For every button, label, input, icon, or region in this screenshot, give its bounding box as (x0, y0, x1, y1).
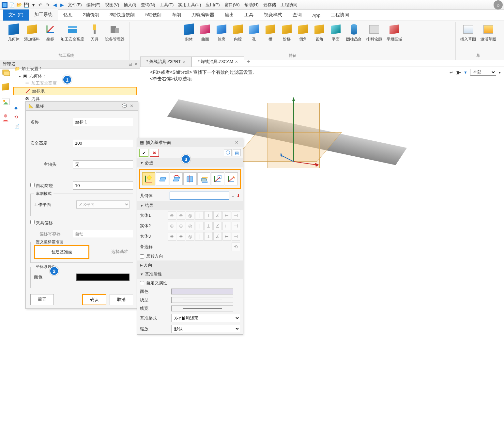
help-icon[interactable]: 💬 (121, 103, 128, 108)
menu-insert[interactable]: 插入(I) (122, 1, 138, 9)
mode-btn-3[interactable] (170, 172, 183, 185)
rbtn-concentric-icon[interactable]: ◎ (186, 211, 194, 220)
menu-view[interactable]: 视图(V) (103, 1, 121, 9)
name-input[interactable] (73, 118, 133, 126)
rbtn[interactable]: ∥ (195, 232, 204, 241)
cancel-button[interactable]: 取消 (110, 294, 133, 305)
rb-slot[interactable]: 槽 (263, 22, 278, 43)
rbtn[interactable]: ∠ (213, 232, 222, 241)
tab-cam-doc[interactable]: * 焊线治具.Z3CAM× (191, 56, 244, 67)
coord-dialog-title[interactable]: 📐 坐标 💬 ✕ (26, 102, 138, 111)
rb-cutter[interactable]: 刀具 (87, 22, 102, 43)
section-direction[interactable]: ▶方向 (137, 260, 243, 270)
rb-profile[interactable]: 轮廓 (214, 22, 229, 43)
rbtn[interactable]: ⊕ (168, 222, 176, 230)
rb-hole[interactable]: 孔 (246, 22, 262, 43)
rbtn[interactable]: ⊢ (222, 232, 231, 241)
reverse-check[interactable] (140, 254, 144, 259)
reset-button[interactable]: 重置 (30, 294, 54, 305)
rb-coord[interactable]: 坐标 (42, 22, 58, 43)
tab-toolpath[interactable]: 刀轨编辑器 (186, 9, 220, 21)
create-base-button[interactable]: 创建基准面 (35, 246, 88, 258)
tree-geom[interactable]: ▸ ▣ 几何体： (13, 72, 137, 80)
geom-pick-icon[interactable]: ⬇ (237, 193, 240, 198)
tree-tab-icon[interactable] (2, 69, 11, 78)
prev-icon[interactable]: ◀ (52, 2, 58, 8)
cube-tab-icon[interactable] (2, 84, 11, 93)
tab-collab2[interactable]: 工程协同 (326, 9, 354, 21)
custom-prop-check[interactable] (140, 281, 144, 285)
tab-output[interactable]: 输出 (220, 9, 239, 21)
rbtn[interactable]: ◎ (186, 222, 194, 230)
mode-btn-5[interactable] (197, 172, 210, 185)
menu-collab[interactable]: 工程协同 (279, 1, 299, 9)
close-icon[interactable]: × (183, 59, 185, 64)
rb-safeh[interactable]: 加工安全高度 (59, 22, 86, 43)
tab-turn[interactable]: 车削 (167, 9, 186, 21)
mode-btn-4[interactable] (183, 172, 196, 185)
settings-icon[interactable]: ▤ (233, 149, 241, 156)
filter-select[interactable]: 全部 (470, 69, 496, 76)
backup-btn[interactable]: ⟲ (232, 243, 240, 251)
add-tab[interactable]: + (244, 57, 253, 67)
rbtn-dist-icon[interactable]: ⊣ (232, 211, 240, 220)
rbtn-coincident-icon[interactable]: ⊕ (168, 211, 176, 220)
rb-plane[interactable]: 平面 (328, 22, 344, 43)
user-tab-icon[interactable] (2, 114, 11, 123)
search-icon[interactable]: ⌕ (494, 0, 503, 9)
rb-stock[interactable]: 添加坯料 (22, 22, 42, 43)
tree-safeh[interactable]: ═ 加工安全高度 (13, 80, 137, 87)
rbtn[interactable]: ⊣ (232, 232, 240, 241)
undo-icon[interactable]: ↶ (37, 2, 44, 8)
datum-dialog-title[interactable]: ▦ 插入基准平面 ✕ (137, 138, 243, 147)
chevron-right-icon[interactable]: ▸ (19, 72, 21, 80)
filter-eraser-icon[interactable]: ◨▾ (455, 70, 461, 75)
rbtn-sym-icon[interactable]: ⊢ (222, 211, 231, 220)
tab-mill3[interactable]: 3轴快速铣削 (104, 9, 140, 21)
tab-file[interactable]: 文件(F) (3, 9, 29, 21)
rbtn[interactable]: ⊖ (177, 222, 185, 230)
tab-cam[interactable]: 加工系统 (29, 9, 58, 21)
filter-funnel-icon[interactable]: ▼ (464, 70, 467, 75)
rbtn[interactable]: ◎ (186, 232, 194, 241)
menu-file[interactable]: 文件(F) (66, 1, 84, 9)
tab-prt[interactable]: * 焊线治具.Z3PRT× (140, 56, 191, 67)
safe-input[interactable] (73, 139, 133, 147)
tab-app[interactable]: App (307, 10, 326, 21)
section-props[interactable]: ▼基准属性 (137, 270, 243, 279)
tab-query[interactable]: 查询 (287, 9, 307, 21)
filter-dd-icon[interactable]: ▾ (499, 70, 501, 75)
rb-geom[interactable]: 几何体 (6, 22, 22, 43)
rbtn[interactable]: ⊢ (222, 222, 231, 230)
menu-apps[interactable]: 应用(P) (204, 1, 221, 9)
menu-query[interactable]: 查询(N) (139, 1, 157, 9)
filter-back-icon[interactable]: ↩ (450, 70, 453, 75)
confirm-icon[interactable]: ✔ (139, 149, 148, 157)
mode-btn-2[interactable] (156, 172, 169, 185)
geom-input[interactable] (170, 192, 229, 200)
rbtn[interactable]: ⊕ (168, 232, 176, 241)
collision-input[interactable] (73, 181, 133, 190)
pcolor-swatch[interactable] (171, 289, 233, 294)
rb-sketch[interactable]: 插入草图 (458, 22, 478, 43)
fixture-check[interactable] (30, 220, 35, 224)
rb-fillet[interactable]: 圆角 (312, 22, 327, 43)
image-tab-icon[interactable] (2, 99, 11, 108)
mode-btn-6[interactable] (211, 172, 224, 185)
menu-cloud[interactable]: 云存储 (261, 1, 278, 9)
save-dd-icon[interactable]: ▾ (30, 2, 37, 8)
format-select[interactable]: X-Y轴和矩形 (171, 314, 240, 322)
reject-icon[interactable]: ✖ (150, 149, 159, 157)
scale-select[interactable]: 默认 (171, 325, 240, 333)
rbtn-tangent-icon[interactable]: ⊖ (177, 211, 185, 220)
rb-chamfer[interactable]: 倒角 (295, 22, 311, 43)
rbtn[interactable]: ∠ (213, 222, 222, 230)
tree-root[interactable]: 📁 加工设置 1 (13, 65, 137, 72)
rbtn-perp-icon[interactable]: ⊥ (204, 211, 213, 220)
mode-btn-1[interactable] (142, 172, 155, 185)
rb-boss[interactable]: 圆柱凸台 (344, 22, 364, 43)
info-icon[interactable]: ⓘ (224, 149, 232, 156)
rbtn-parallel-icon[interactable]: ∥ (195, 211, 204, 220)
rb-profnc[interactable]: 排料轮廓 (364, 22, 384, 43)
rb-activate-sketch[interactable]: 激活草图 (479, 22, 498, 43)
